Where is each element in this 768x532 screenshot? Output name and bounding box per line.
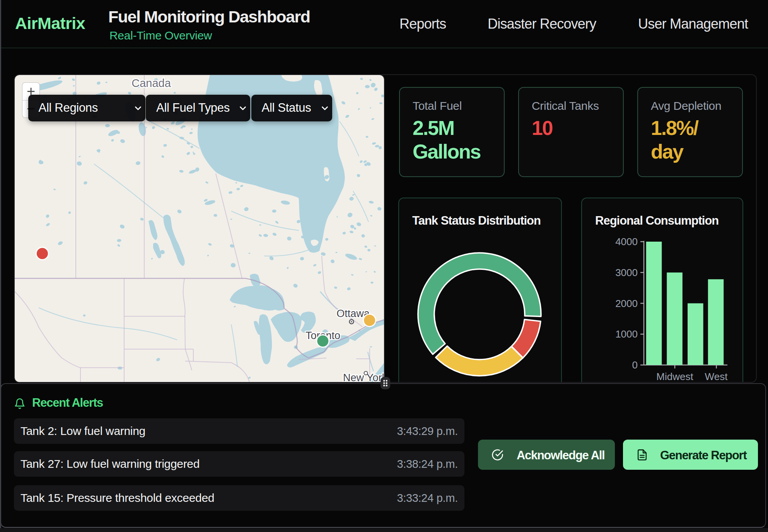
svg-text:0: 0 [632, 359, 638, 371]
svg-text:4000: 4000 [615, 236, 638, 247]
svg-text:2000: 2000 [615, 298, 638, 309]
svg-text:Canada: Canada [131, 77, 171, 89]
svg-text:West: West [705, 371, 728, 382]
svg-text:1000: 1000 [615, 328, 638, 340]
svg-text:Midwest: Midwest [656, 371, 693, 382]
svg-text:3000: 3000 [615, 267, 638, 278]
